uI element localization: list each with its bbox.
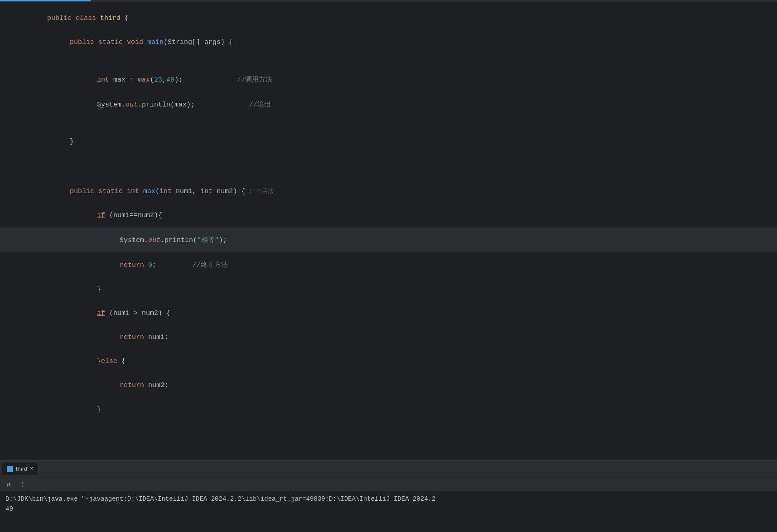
code-line-15: if (num1 > num2) {: [0, 301, 777, 325]
tab-bar: third ×: [0, 460, 777, 477]
comment-output: //输出: [249, 101, 271, 109]
code-line-8: [0, 154, 777, 166]
comment-end-method: //终止方法: [193, 261, 228, 269]
code-line-13: return 0;//终止方法: [0, 252, 777, 277]
class-name-third: third: [100, 15, 125, 22]
progress-indicator: [0, 0, 91, 1]
code-line-16: return num1;: [0, 325, 777, 349]
code-line-1: public class third {: [0, 6, 777, 30]
code-line-2: public static void main(String[] args) {: [0, 30, 777, 54]
code-line-18: return num2;: [0, 373, 777, 397]
code-line-17: }else {: [0, 349, 777, 373]
tab-file-icon: [7, 466, 13, 472]
more-icon: ⋮: [19, 480, 25, 488]
keyword-public: public: [47, 15, 76, 22]
code-line-4: int max = max(23,49);//调用方法: [0, 67, 777, 92]
code-line-3: [0, 54, 777, 67]
console-output: D:\JDK\bin\java.exe "-javaagent:D:\IDEA\…: [0, 491, 777, 532]
comment-call-method: //调用方法: [237, 76, 272, 84]
usage-hint: 1 个用法: [249, 188, 274, 195]
tab-close-button[interactable]: ×: [30, 466, 33, 472]
code-line-19: }: [0, 397, 777, 421]
code-editor: public class third { public static void …: [0, 2, 777, 460]
console-command-line: D:\JDK\bin\java.exe "-javaagent:D:\IDEA\…: [5, 494, 772, 504]
code-line-9: [0, 166, 777, 179]
code-line-11: if (num1==num2){: [0, 203, 777, 227]
code-line-10: public static int max(int num1, int num2…: [0, 179, 777, 203]
code-line-14: }: [0, 277, 777, 301]
code-line-7: }: [0, 130, 777, 154]
code-line-6: [0, 117, 777, 130]
code-line-12: System.out.println("相等");: [0, 227, 777, 252]
tab-third[interactable]: third ×: [2, 463, 39, 475]
run-toolbar: ↺ ⋮: [0, 477, 777, 491]
code-line-5: System.out.println(max);//输出: [0, 92, 777, 117]
more-options-button[interactable]: ⋮: [17, 479, 27, 489]
restart-icon: ↺: [7, 480, 10, 488]
restart-button[interactable]: ↺: [4, 479, 14, 489]
keyword-class: class: [76, 15, 100, 22]
console-output-number: 49: [5, 504, 772, 514]
tab-label: third: [16, 465, 27, 472]
